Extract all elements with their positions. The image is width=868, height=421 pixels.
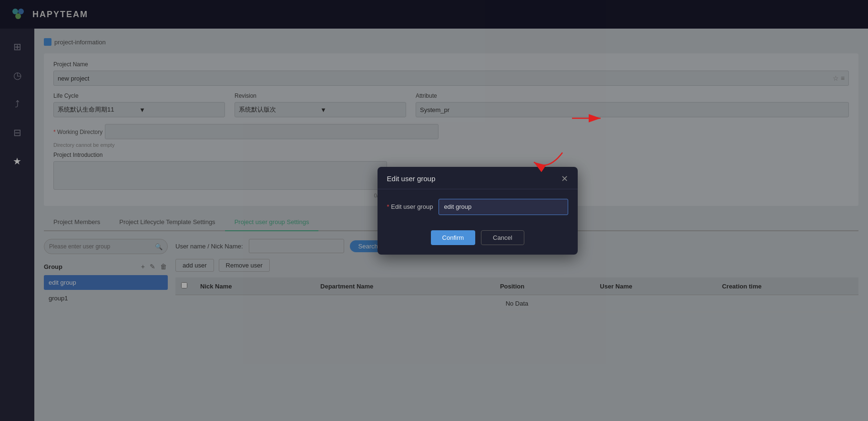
modal-title: Edit user group: [387, 175, 436, 183]
modal-field-label: Edit user group: [387, 203, 433, 210]
confirm-button[interactable]: Confirm: [431, 230, 476, 245]
modal-field-row: Edit user group: [387, 199, 568, 215]
modal-footer: Confirm Cancel: [378, 225, 578, 255]
modal-close-button[interactable]: ✕: [561, 175, 568, 183]
modal-header: Edit user group ✕: [378, 167, 578, 189]
edit-user-group-modal: Edit user group ✕ Edit user group Confir…: [378, 167, 578, 255]
modal-body: Edit user group: [378, 189, 578, 225]
modal-edit-group-input[interactable]: [439, 199, 568, 215]
cancel-button[interactable]: Cancel: [481, 230, 524, 245]
